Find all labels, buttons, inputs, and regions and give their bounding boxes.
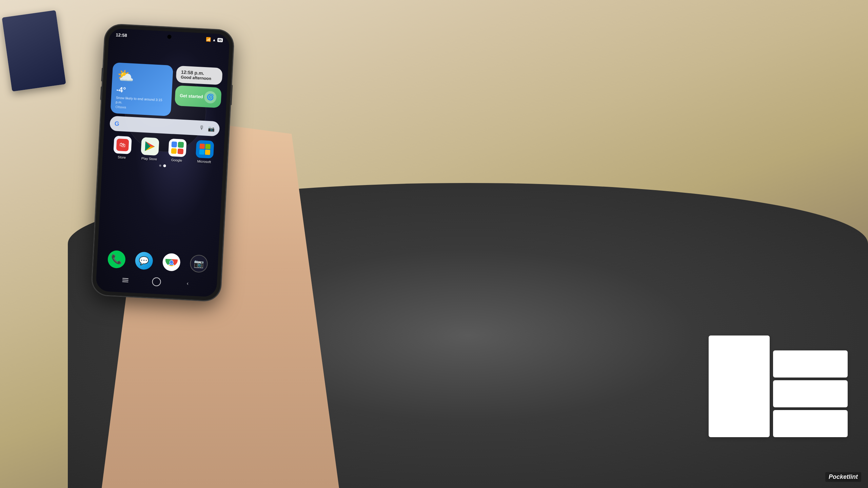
product-box-1 bbox=[773, 350, 848, 378]
google-green bbox=[178, 142, 183, 147]
google-blue bbox=[171, 141, 177, 147]
volume-down-button bbox=[100, 86, 102, 100]
store-label: Store bbox=[118, 155, 126, 159]
phone-app-icon[interactable]: 📞 bbox=[107, 250, 126, 269]
playstore-label: Play Store bbox=[141, 157, 157, 161]
camera-app-icon[interactable]: 📷 bbox=[190, 255, 208, 273]
get-started-label: Get started bbox=[180, 93, 203, 100]
samsung-box bbox=[2, 10, 66, 92]
playstore-icon[interactable] bbox=[141, 137, 159, 156]
back-icon: ‹ bbox=[186, 280, 189, 286]
pocketlint-watermark: Pocketlint bbox=[825, 472, 861, 482]
playstore-svg bbox=[144, 140, 156, 152]
ms-yellow bbox=[205, 149, 210, 155]
google-yellow bbox=[171, 148, 177, 154]
samsung-store-inner: 🛍 bbox=[116, 139, 129, 151]
home-button[interactable] bbox=[150, 276, 163, 288]
ms-green bbox=[205, 144, 211, 149]
voice-search-icon[interactable]: 🎙 bbox=[199, 125, 205, 131]
app-item-google[interactable]: Google bbox=[168, 139, 186, 163]
google-icon[interactable] bbox=[168, 139, 187, 157]
product-box-tall bbox=[709, 336, 770, 437]
volume-up-button bbox=[101, 68, 103, 81]
back-button[interactable]: ‹ bbox=[181, 277, 194, 290]
microsoft-icon[interactable] bbox=[195, 140, 214, 159]
dock-chrome[interactable] bbox=[162, 253, 181, 271]
chrome-svg bbox=[165, 256, 178, 269]
page-dots bbox=[159, 164, 166, 167]
google-app-grid bbox=[168, 139, 187, 157]
google-logo: G bbox=[114, 120, 119, 127]
signal-icon: ▲ bbox=[212, 38, 216, 42]
page-dot-1 bbox=[159, 164, 161, 166]
right-widgets-column: 12:58 p.m. Good afternoon Get started 🌀 bbox=[174, 66, 223, 119]
wifi-icon: 📶 bbox=[206, 37, 211, 42]
get-started-icon: 🌀 bbox=[204, 91, 217, 104]
lens-search-icon[interactable]: 📷 bbox=[208, 125, 215, 132]
chrome-app-icon[interactable] bbox=[162, 253, 181, 271]
status-icons: 📶 ▲ 95 bbox=[206, 37, 223, 43]
google-label: Google bbox=[171, 158, 182, 162]
status-time: 12:58 bbox=[116, 32, 127, 38]
app-item-playstore[interactable]: Play Store bbox=[140, 137, 159, 161]
widgets-area: ⛅ -4° Snow likely to end around 3:15 p.m… bbox=[110, 62, 223, 122]
messages-app-icon[interactable]: 💬 bbox=[135, 251, 153, 270]
phone-device: 12:58 📶 ▲ 95 ⛅ -4° Snow likely to end bbox=[91, 24, 234, 302]
store-icon[interactable]: 🛍 bbox=[113, 136, 132, 154]
get-started-widget[interactable]: Get started 🌀 bbox=[175, 85, 222, 108]
product-box-3 bbox=[773, 410, 848, 437]
ms-red bbox=[199, 144, 205, 149]
microsoft-label: Microsoft bbox=[197, 159, 211, 164]
product-boxes bbox=[773, 350, 848, 437]
phone-frame: 12:58 📶 ▲ 95 ⛅ -4° Snow likely to end bbox=[91, 24, 234, 302]
weather-widget[interactable]: ⛅ -4° Snow likely to end around 3:15 p.m… bbox=[110, 62, 173, 116]
app-item-store[interactable]: 🛍 Store bbox=[113, 136, 132, 160]
page-dot-2-active bbox=[163, 164, 166, 167]
weather-cloud-icon: ⛅ bbox=[117, 67, 168, 86]
ms-blue bbox=[199, 149, 204, 155]
phone-screen[interactable]: 12:58 📶 ▲ 95 ⛅ -4° Snow likely to end bbox=[96, 28, 230, 297]
app-item-microsoft[interactable]: Microsoft bbox=[195, 140, 214, 164]
watermark-text: Pocketlint bbox=[829, 473, 858, 480]
clock-widget[interactable]: 12:58 p.m. Good afternoon bbox=[176, 66, 223, 85]
battery-icon: 95 bbox=[217, 38, 223, 42]
dock-camera[interactable]: 📷 bbox=[190, 255, 208, 273]
google-red bbox=[177, 148, 183, 154]
recent-apps-button[interactable] bbox=[119, 274, 132, 287]
widgets-row: ⛅ -4° Snow likely to end around 3:15 p.m… bbox=[110, 62, 222, 119]
microsoft-grid bbox=[195, 140, 214, 159]
product-box-2 bbox=[773, 380, 848, 407]
dock-phone[interactable]: 📞 bbox=[107, 250, 126, 269]
home-icon bbox=[152, 277, 161, 286]
recent-apps-icon bbox=[122, 278, 129, 282]
dock-messages[interactable]: 💬 bbox=[135, 251, 153, 270]
weather-temperature: -4° bbox=[116, 85, 167, 97]
